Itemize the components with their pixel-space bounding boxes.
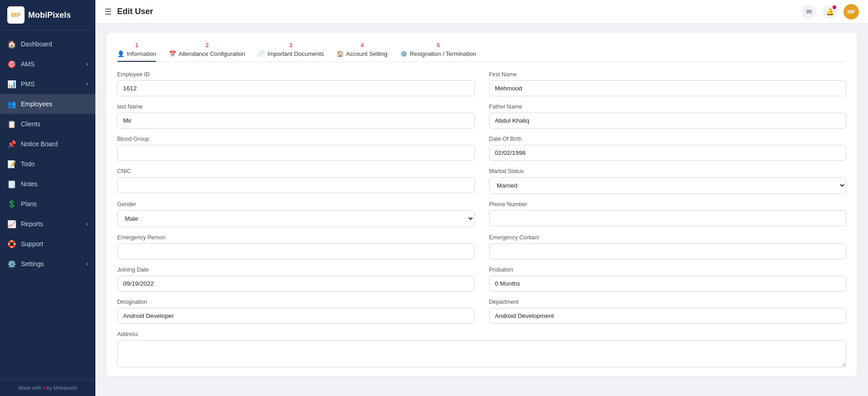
heart-icon: ♥ bbox=[42, 385, 47, 391]
sidebar-item-label: Reports bbox=[21, 220, 43, 228]
dob-group: Date Of Birth bbox=[489, 136, 847, 161]
probation-label: Probation bbox=[489, 267, 847, 273]
joining-date-input[interactable] bbox=[117, 276, 475, 292]
first-name-input[interactable] bbox=[489, 80, 847, 96]
tab-attendance[interactable]: 2 📅 Attendance Configuration bbox=[169, 42, 245, 62]
father-name-group: Father Name bbox=[489, 104, 847, 129]
probation-input[interactable] bbox=[489, 276, 847, 292]
tab-account[interactable]: 4 🏠 Account Setting bbox=[337, 42, 387, 62]
todo-icon: 📝 bbox=[7, 159, 16, 168]
settings-icon: ⚙️ bbox=[7, 259, 16, 268]
tab-2-icon: 📅 bbox=[169, 50, 176, 57]
sidebar-item-clients[interactable]: 📋 Clients bbox=[0, 114, 95, 134]
chevron-right-icon: › bbox=[86, 261, 88, 267]
notes-icon: 🗒️ bbox=[7, 179, 16, 188]
probation-group: Probation bbox=[489, 267, 847, 292]
employee-id-label: Employee ID bbox=[117, 71, 475, 78]
emergency-person-group: Emergency Person bbox=[117, 234, 475, 259]
sidebar-item-label: Employees bbox=[21, 100, 52, 108]
last-name-input[interactable] bbox=[117, 113, 475, 129]
sidebar-item-label: AMS bbox=[21, 60, 35, 68]
address-group: Address bbox=[117, 331, 846, 367]
sidebar-item-reports[interactable]: 📈 Reports › bbox=[0, 214, 95, 234]
emergency-person-input[interactable] bbox=[117, 243, 475, 259]
logo-icon: MP bbox=[7, 6, 25, 24]
tab-1-icon: 👤 bbox=[117, 50, 124, 57]
designation-input[interactable] bbox=[117, 308, 475, 324]
tab-3-icon: 📄 bbox=[258, 50, 265, 57]
last-name-group: last Name bbox=[117, 104, 475, 129]
tab-information[interactable]: 1 👤 Information bbox=[117, 42, 156, 62]
martial-status-select[interactable]: Single Married Divorced Widowed bbox=[489, 177, 847, 194]
tab-resignation[interactable]: 5 ⚙️ Resignation / Termination bbox=[400, 42, 476, 62]
employee-id-input[interactable] bbox=[117, 80, 475, 96]
tab-step-1: 1 bbox=[135, 42, 138, 49]
tab-documents[interactable]: 3 📄 Important Documents bbox=[258, 42, 324, 62]
pms-icon: 📊 bbox=[7, 79, 16, 89]
emergency-contact-input[interactable] bbox=[489, 243, 847, 259]
phone-input[interactable] bbox=[489, 210, 847, 226]
blood-group-label: Blood Group bbox=[117, 136, 475, 142]
reports-icon: 📈 bbox=[7, 219, 16, 228]
edit-user-card: 1 👤 Information 2 📅 Attendance Configura… bbox=[106, 33, 857, 376]
ams-icon: 🎯 bbox=[7, 59, 16, 69]
notification-badge bbox=[833, 5, 836, 9]
sidebar-item-pms[interactable]: 📊 PMS › bbox=[0, 74, 95, 94]
cnic-input[interactable] bbox=[117, 177, 475, 193]
designation-group: Designation bbox=[117, 299, 475, 324]
cnic-label: CNIC bbox=[117, 168, 475, 174]
martial-status-label: Martial Status bbox=[489, 168, 847, 174]
sidebar-item-employees[interactable]: 👥 Employees bbox=[0, 94, 95, 114]
sidebar-item-dashboard[interactable]: 🏠 Dashboard bbox=[0, 34, 95, 54]
tab-step-2: 2 bbox=[205, 42, 208, 49]
tab-2-label: Attendance Configuration bbox=[179, 50, 245, 57]
sidebar-item-noticeboard[interactable]: 📌 Notice Board bbox=[0, 134, 95, 154]
tab-5-label: Resignation / Termination bbox=[410, 50, 476, 57]
tab-step-4: 4 bbox=[360, 42, 363, 49]
tab-step-3: 3 bbox=[289, 42, 293, 49]
sidebar: MP MobiPixels 🏠 Dashboard 🎯 AMS › 📊 PMS … bbox=[0, 0, 95, 396]
sidebar-item-todo[interactable]: 📝 Todo bbox=[0, 154, 95, 174]
dashboard-icon: 🏠 bbox=[7, 40, 16, 49]
tab-4-icon: 🏠 bbox=[337, 50, 344, 57]
main-area: ☰ Edit User ✉ 🔔 MP 1 👤 I bbox=[95, 0, 868, 396]
emergency-person-label: Emergency Person bbox=[117, 234, 475, 241]
sidebar-item-notes[interactable]: 🗒️ Notes bbox=[0, 174, 95, 194]
address-textarea[interactable] bbox=[117, 340, 846, 367]
dob-input[interactable] bbox=[489, 145, 847, 161]
user-avatar[interactable]: MP bbox=[843, 4, 859, 20]
father-name-input[interactable] bbox=[489, 113, 847, 129]
sidebar-item-settings[interactable]: ⚙️ Settings › bbox=[0, 254, 95, 274]
tabs-stepper: 1 👤 Information 2 📅 Attendance Configura… bbox=[117, 42, 846, 62]
phone-group: Phone Number bbox=[489, 201, 847, 227]
dob-label: Date Of Birth bbox=[489, 136, 847, 142]
gender-select[interactable]: Male Female Other bbox=[117, 210, 475, 227]
cnic-group: CNIC bbox=[117, 168, 475, 194]
department-input[interactable] bbox=[489, 308, 847, 324]
sidebar-item-label: Settings bbox=[21, 260, 44, 267]
address-label: Address bbox=[117, 331, 846, 337]
designation-label: Designation bbox=[117, 299, 475, 305]
tab-1-label: Information bbox=[127, 50, 156, 57]
chevron-right-icon: › bbox=[86, 81, 88, 87]
mail-button[interactable]: ✉ bbox=[802, 5, 816, 19]
menu-icon[interactable]: ☰ bbox=[104, 7, 112, 17]
gender-group: Gender Male Female Other bbox=[117, 201, 475, 227]
content-area: 1 👤 Information 2 📅 Attendance Configura… bbox=[95, 24, 868, 396]
first-name-label: First Name bbox=[489, 71, 847, 78]
notification-button[interactable]: 🔔 bbox=[823, 5, 837, 19]
sidebar-logo: MP MobiPixels bbox=[0, 0, 95, 30]
chevron-right-icon: › bbox=[86, 221, 88, 227]
chevron-right-icon: › bbox=[86, 61, 88, 67]
employee-id-group: Employee ID bbox=[117, 71, 475, 96]
employees-icon: 👥 bbox=[7, 99, 16, 109]
sidebar-item-ams[interactable]: 🎯 AMS › bbox=[0, 54, 95, 74]
first-name-group: First Name bbox=[489, 71, 847, 96]
blood-group-input[interactable] bbox=[117, 145, 475, 161]
clients-icon: 📋 bbox=[7, 119, 16, 129]
joining-date-label: Joining Date bbox=[117, 267, 475, 273]
sidebar-item-label: PMS bbox=[21, 80, 35, 88]
sidebar-item-support[interactable]: 🛟 Support bbox=[0, 234, 95, 254]
tab-5-icon: ⚙️ bbox=[400, 50, 407, 57]
sidebar-item-plans[interactable]: 💲 Plans bbox=[0, 194, 95, 214]
